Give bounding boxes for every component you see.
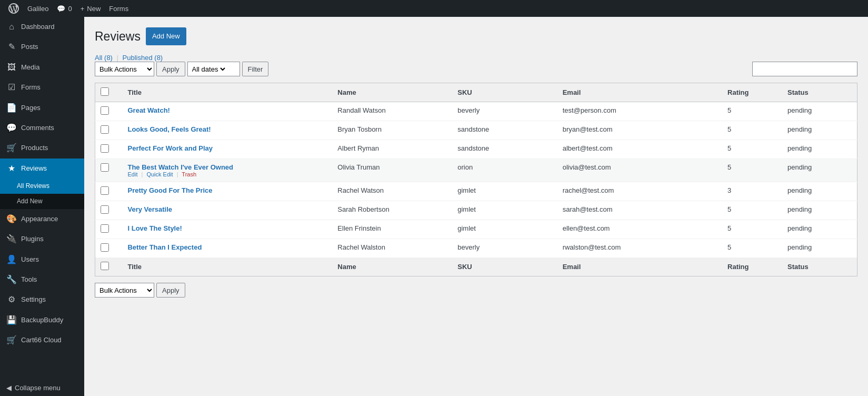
row-email-cell: bryan@test.com [557, 121, 722, 140]
row-title-link[interactable]: Very Versatile [127, 205, 172, 213]
row-email-cell: olivia@test.com [557, 159, 722, 182]
row-checkbox[interactable] [101, 186, 109, 195]
table-row: I Love The Style! Edit | Quick Edit | Tr… [95, 220, 857, 239]
sidebar-item-forms[interactable]: ☑ Forms [0, 77, 84, 97]
published-link[interactable]: Published (8) [123, 54, 163, 62]
bottom-bulk-actions-select[interactable]: Bulk Actions Edit Move to Trash [95, 283, 154, 297]
filter-button[interactable]: Filter [242, 62, 269, 76]
forms-icon: ☑ [6, 82, 17, 93]
row-checkbox-cell [95, 159, 123, 182]
row-checkbox[interactable] [101, 205, 109, 214]
row-checkbox[interactable] [101, 163, 109, 172]
reviews-table: Title Name SKU Email Rating Status [95, 83, 857, 276]
adminbar-site-name[interactable]: Galileo [23, 0, 53, 17]
sidebar-item-backupbuddy[interactable]: 💾 BackupBuddy [0, 310, 84, 330]
row-email-cell: rwalston@test.com [557, 239, 722, 258]
sidebar-item-appearance[interactable]: 🎨 Appearance [0, 209, 84, 229]
bulk-actions-dropdown[interactable]: Bulk Actions Edit Move to Trash [95, 62, 154, 76]
row-checkbox[interactable] [101, 243, 109, 252]
row-title-link[interactable]: Better Than I Expected [127, 243, 202, 251]
row-rating-cell: 5 [722, 121, 782, 140]
table-row: Pretty Good For The Price Edit | Quick E… [95, 182, 857, 201]
row-name-cell: Rachel Watson [332, 182, 452, 201]
row-checkbox[interactable] [101, 125, 109, 134]
select-all-checkbox[interactable] [101, 87, 109, 96]
sidebar-item-tools[interactable]: 🔧 Tools [0, 270, 84, 290]
row-title-link[interactable]: Looks Good, Feels Great! [127, 125, 211, 133]
col-rating-footer: Rating [722, 258, 782, 276]
row-status-cell: pending [782, 159, 857, 182]
row-title-link[interactable]: I Love The Style! [127, 224, 182, 232]
trash-action[interactable]: Trash [182, 171, 196, 177]
search-input[interactable] [752, 62, 857, 76]
users-icon: 👤 [6, 254, 17, 265]
table-row: The Best Watch I've Ever Owned Edit | Qu… [95, 159, 857, 182]
search-box [752, 62, 857, 76]
top-filter-bar: Bulk Actions Edit Move to Trash Apply Al… [95, 62, 857, 76]
sidebar-item-pages[interactable]: 📄 Pages [0, 98, 84, 118]
edit-action[interactable]: Edit [127, 171, 137, 177]
sidebar-item-cart66[interactable]: 🛒 Cart66 Cloud [0, 330, 84, 350]
row-sku-cell: gimlet [452, 201, 557, 220]
row-name-cell: Bryan Tosborn [332, 121, 452, 140]
adminbar-comments[interactable]: 💬 0 [53, 0, 76, 17]
row-title-cell: Looks Good, Feels Great! Edit | Quick Ed… [122, 121, 332, 140]
col-rating-header: Rating [722, 83, 782, 102]
sidebar-subitem-all-reviews[interactable]: All Reviews [0, 179, 84, 194]
row-title-link[interactable]: Perfect For Work and Play [127, 144, 213, 152]
row-title-link[interactable]: The Best Watch I've Ever Owned [127, 163, 233, 171]
row-checkbox-cell [95, 121, 123, 140]
col-name-footer: Name [332, 258, 452, 276]
collapse-menu-button[interactable]: ◀ Collapse menu [0, 380, 84, 396]
row-name-cell: Albert Ryman [332, 140, 452, 159]
row-checkbox[interactable] [101, 224, 109, 233]
bottom-bulk-actions-dropdown[interactable]: Bulk Actions Edit Move to Trash [95, 283, 154, 298]
tools-icon: 🔧 [6, 274, 17, 285]
sidebar-item-dashboard[interactable]: ⌂ Dashboard [0, 17, 84, 37]
dates-select[interactable]: All dates [190, 62, 227, 76]
plugins-icon: 🔌 [6, 233, 17, 245]
sidebar-item-settings[interactable]: ⚙ Settings [0, 290, 84, 310]
row-title-link[interactable]: Great Watch! [127, 106, 169, 114]
all-link[interactable]: All (8) [95, 54, 113, 62]
row-email-cell: sarah@test.com [557, 201, 722, 220]
top-apply-button[interactable]: Apply [156, 62, 185, 76]
backupbuddy-icon: 💾 [6, 314, 17, 326]
sidebar-item-media[interactable]: 🖼 Media [0, 57, 84, 77]
row-status-cell: pending [782, 201, 857, 220]
cart66-icon: 🛒 [6, 334, 17, 346]
row-status-cell: pending [782, 102, 857, 121]
add-new-button[interactable]: Add New [146, 27, 186, 45]
row-checkbox[interactable] [101, 106, 109, 115]
adminbar-forms[interactable]: Forms [105, 0, 133, 17]
row-rating-cell: 5 [722, 102, 782, 121]
bottom-apply-button[interactable]: Apply [156, 283, 185, 298]
sidebar-item-users[interactable]: 👤 Users [0, 250, 84, 270]
sidebar-item-reviews[interactable]: ★ Reviews [0, 159, 84, 179]
row-sku-cell: sandstone [452, 121, 557, 140]
row-title-link[interactable]: Pretty Good For The Price [127, 186, 212, 194]
row-checkbox[interactable] [101, 144, 109, 153]
row-title-cell: I Love The Style! Edit | Quick Edit | Tr… [122, 220, 332, 239]
col-title-header[interactable]: Title [122, 83, 332, 102]
sidebar-subitem-add-new[interactable]: Add New [0, 194, 84, 209]
row-name-cell: Randall Watson [332, 102, 452, 121]
wp-logo[interactable] [4, 0, 23, 17]
adminbar-new[interactable]: + New [76, 0, 105, 17]
sidebar-item-products[interactable]: 🛒 Products [0, 138, 84, 158]
row-name-cell: Ellen Frinstein [332, 220, 452, 239]
bulk-actions-select[interactable]: Bulk Actions Edit Move to Trash [95, 62, 154, 76]
sidebar-item-comments[interactable]: 💬 Comments [0, 118, 84, 138]
dates-dropdown[interactable]: All dates [187, 62, 240, 76]
sidebar-item-plugins[interactable]: 🔌 Plugins [0, 229, 84, 249]
row-rating-cell: 5 [722, 201, 782, 220]
sidebar-item-posts[interactable]: ✎ Posts [0, 37, 84, 57]
col-sku-header: SKU [452, 83, 557, 102]
collapse-icon: ◀ [6, 384, 12, 392]
row-name-cell: Rachel Walston [332, 239, 452, 258]
col-status-footer: Status [782, 258, 857, 276]
col-check-footer [95, 258, 123, 276]
select-all-footer-checkbox[interactable] [101, 262, 109, 270]
media-icon: 🖼 [6, 62, 17, 73]
quick-edit-action[interactable]: Quick Edit [146, 171, 173, 177]
